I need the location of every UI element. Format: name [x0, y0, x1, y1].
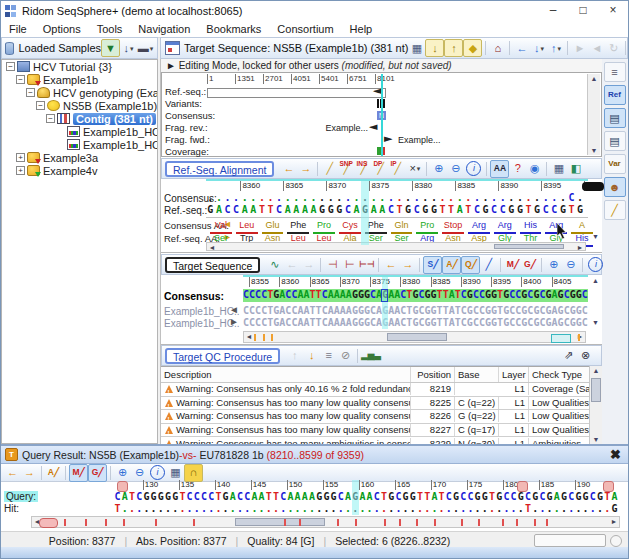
hit-base[interactable]: .: [416, 503, 423, 515]
fragment-base[interactable]: C: [582, 305, 588, 317]
hit-base[interactable]: .: [596, 503, 603, 515]
query-base[interactable]: G: [575, 491, 582, 503]
query-base[interactable]: A: [611, 491, 618, 503]
hit-base[interactable]: .: [488, 503, 495, 515]
pin-icon[interactable]: ◆: [463, 39, 482, 57]
refseq-base[interactable]: C: [541, 204, 550, 216]
consensus-base[interactable]: .: [455, 192, 464, 204]
hit-base[interactable]: .: [481, 503, 488, 515]
show-all-icon[interactable]: ≡: [320, 348, 337, 364]
query-base[interactable]: C: [208, 491, 215, 503]
refseq-base[interactable]: T: [567, 204, 576, 216]
query-base[interactable]: C: [236, 491, 243, 503]
consensus-base[interactable]: .: [481, 192, 490, 204]
refseq-base[interactable]: A: [240, 204, 249, 216]
g-pencil-icon[interactable]: G╱: [521, 257, 538, 273]
refseq-base[interactable]: A: [283, 204, 292, 216]
tree-expander-icon[interactable]: −: [36, 101, 45, 110]
submit-icon[interactable]: ►: [571, 40, 588, 56]
refseq-base[interactable]: G: [404, 204, 413, 216]
detach-icon[interactable]: ⇗: [560, 348, 577, 364]
query-base[interactable]: A: [366, 491, 373, 503]
query-base[interactable]: G: [316, 491, 323, 503]
iupac-icon[interactable]: ▦: [167, 465, 184, 481]
consensus-base[interactable]: .: [524, 192, 533, 204]
hit-base[interactable]: .: [121, 503, 128, 515]
query-base[interactable]: G: [481, 491, 488, 503]
refseq-base[interactable]: T: [524, 204, 533, 216]
consensus-base[interactable]: .: [404, 192, 413, 204]
hit-base[interactable]: .: [308, 503, 315, 515]
tree-item[interactable]: Example1b_HCV_: [2, 138, 157, 151]
hit-base[interactable]: .: [445, 503, 452, 515]
hit-base[interactable]: .: [604, 503, 611, 515]
refseq-alignment-body[interactable]: Consensus: Ref.-seq.: Consensus AA: Ref.…: [161, 179, 602, 253]
menu-consortium[interactable]: Consortium: [269, 21, 341, 37]
query-base[interactable]: G: [596, 491, 603, 503]
consensus-base[interactable]: .: [559, 192, 568, 204]
overview-vertical-scrollbar[interactable]: ▲ ▼: [587, 74, 600, 155]
fragment-base[interactable]: C: [582, 317, 588, 329]
home-icon[interactable]: ⌂: [489, 40, 506, 56]
m-pencil-icon[interactable]: M╱: [504, 257, 521, 273]
snp-pencil-icon[interactable]: SNP╱: [338, 161, 355, 177]
query-base[interactable]: T: [380, 491, 387, 503]
hit-base[interactable]: T: [114, 503, 121, 515]
scroll-left-icon[interactable]: ◄: [244, 332, 254, 342]
query-base[interactable]: C: [136, 491, 143, 503]
clear-tags-icon[interactable]: ×▾: [406, 161, 423, 177]
query-base[interactable]: C: [200, 491, 207, 503]
store-sample-icon[interactable]: ▼: [101, 39, 120, 57]
menu-tools[interactable]: Tools: [89, 21, 131, 37]
contig-overview-panel[interactable]: Ref.-seq.:Variants:Consensus:Frag. rev.:…: [161, 72, 602, 157]
refseq-horizontal-scrollbar[interactable]: ◄ ►: [206, 242, 586, 251]
hit-base[interactable]: .: [560, 503, 567, 515]
query-base[interactable]: G: [323, 491, 330, 503]
hit-base[interactable]: .: [395, 503, 402, 515]
ins-pencil-icon[interactable]: INS╱: [355, 161, 372, 177]
zoom-in-icon[interactable]: ⊕: [545, 257, 562, 273]
ignore-icon[interactable]: ⊘: [337, 348, 354, 364]
qc-warning-row[interactable]: Warning: Consensus has too many low qual…: [161, 424, 602, 438]
consensus-base[interactable]: .: [258, 192, 267, 204]
query-base[interactable]: T: [488, 491, 495, 503]
consensus-base[interactable]: .: [335, 192, 344, 204]
next-warning-icon[interactable]: ↓: [303, 348, 320, 364]
hit-base[interactable]: .: [172, 503, 179, 515]
hit-base[interactable]: .: [215, 503, 222, 515]
iupac-grid-icon[interactable]: ▦: [408, 40, 425, 56]
consensus-base[interactable]: .: [266, 192, 275, 204]
hit-base[interactable]: .: [539, 503, 546, 515]
query-base[interactable]: G: [157, 491, 164, 503]
scroll-right-icon[interactable]: ►: [575, 243, 585, 250]
m-pencil-icon[interactable]: M╱: [69, 464, 88, 482]
consensus-base[interactable]: .: [507, 192, 516, 204]
refseq-base[interactable]: C: [498, 204, 507, 216]
query-base[interactable]: C: [568, 491, 575, 503]
hit-base[interactable]: .: [157, 503, 164, 515]
n-pencil-icon[interactable]: ╱: [480, 257, 497, 273]
iupac-table-icon[interactable]: ▦: [550, 161, 567, 177]
refseq-base[interactable]: A: [352, 204, 361, 216]
query-base[interactable]: G: [143, 491, 150, 503]
trim-range-icon[interactable]: ⊢⊣: [358, 257, 375, 273]
consensus-base[interactable]: .: [249, 192, 258, 204]
query-base[interactable]: A: [431, 491, 438, 503]
query-base[interactable]: G: [496, 491, 503, 503]
hit-base[interactable]: .: [496, 503, 503, 515]
hit-base[interactable]: .: [582, 503, 589, 515]
trace-view-icon[interactable]: ∿: [266, 257, 283, 273]
consensus-base[interactable]: .: [240, 192, 249, 204]
qc-column-header[interactable]: Description: [161, 367, 411, 382]
zoom-in-icon[interactable]: ⊕: [430, 161, 447, 177]
consensus-base[interactable]: .: [301, 192, 310, 204]
hit-base[interactable]: .: [344, 503, 351, 515]
hit-base[interactable]: .: [337, 503, 344, 515]
blast-web-icon[interactable]: ◉: [526, 161, 543, 177]
refseq-base[interactable]: T: [266, 204, 275, 216]
consensus-base[interactable]: .: [387, 192, 396, 204]
consensus-base[interactable]: .: [395, 192, 404, 204]
hit-base[interactable]: .: [287, 503, 294, 515]
query-base[interactable]: C: [467, 491, 474, 503]
query-base[interactable]: C: [460, 491, 467, 503]
